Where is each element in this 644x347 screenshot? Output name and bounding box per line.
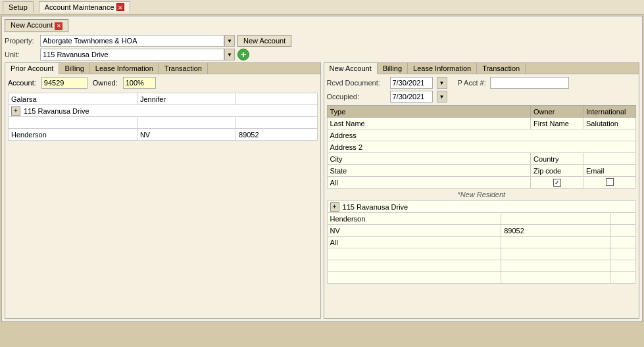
property-dropdown[interactable]: ▼ — [40, 35, 235, 47]
cell-empty2 — [137, 117, 235, 129]
addr-cell-all: All — [327, 237, 501, 248]
checkbox-unchecked[interactable] — [606, 178, 614, 186]
cell-empty — [236, 93, 317, 105]
prior-account-table: Galarsa Jennifer + 115 Ravanusa Drive — [8, 93, 318, 141]
new-account-top-button[interactable]: New Account ✕ — [5, 19, 68, 32]
property-arrow[interactable]: ▼ — [224, 35, 235, 47]
unit-input[interactable] — [40, 49, 224, 60]
unit-row: Unit: ▼ + — [5, 49, 639, 60]
tab-billing-right[interactable]: Billing — [378, 63, 408, 74]
cell-e2 — [501, 248, 611, 260]
cell-e8 — [501, 272, 611, 284]
cell-address-header: Address — [327, 129, 636, 141]
cell-state-header: State — [327, 165, 531, 177]
header-international: International — [583, 106, 636, 118]
tab-transaction-left[interactable]: Transaction — [159, 63, 208, 74]
new-account-button[interactable]: New Account — [237, 35, 291, 47]
checkbox-checked[interactable] — [553, 179, 561, 187]
close-new-account[interactable]: ✕ — [55, 22, 62, 30]
property-input[interactable] — [40, 35, 224, 47]
cell-city: Henderson — [9, 129, 137, 141]
rcvd-doc-label: Rcvd Document: — [327, 79, 386, 87]
tab-lease-info-left[interactable]: Lease Information — [90, 63, 159, 74]
rcvd-doc-input[interactable] — [390, 77, 433, 89]
left-panel-body: Account: Owned: Galarsa Jennifer — [5, 74, 320, 318]
top-bar: New Account ✕ — [5, 19, 639, 32]
addr-cell-city: Henderson — [327, 213, 501, 225]
cell-empty3 — [236, 117, 317, 129]
rcvd-doc-row: Rcvd Document: ▼ P Acct #: — [327, 77, 637, 89]
addr-cell-empty4 — [501, 237, 611, 248]
unit-label: Unit: — [5, 51, 37, 58]
table-row: Galarsa Jennifer — [9, 93, 318, 105]
table-row: + 115 Ravanusa Drive — [9, 105, 318, 117]
addr-cell-zip: 89052 — [501, 225, 611, 237]
property-label: Property: — [5, 37, 37, 45]
tab-account-maintenance[interactable]: Account Maintenance ✕ — [39, 1, 130, 12]
table-row — [9, 117, 318, 129]
left-panel-tabs: Prior Account Billing Lease Information … — [5, 63, 320, 74]
occupied-row: Occupied: ▼ — [327, 91, 637, 103]
owned-label: Owned: — [93, 79, 118, 87]
cell-e1 — [327, 248, 501, 260]
pacct-label: P Acct #: — [458, 79, 486, 87]
tab-prior-account[interactable]: Prior Account — [5, 63, 59, 74]
cell-e6 — [610, 260, 635, 272]
cell-email-header: Email — [583, 165, 636, 177]
title-bar: Setup Account Maintenance ✕ — [0, 0, 644, 14]
occupied-input[interactable] — [390, 91, 433, 103]
unit-dropdown[interactable]: ▼ — [40, 49, 235, 60]
grid-row-name: Last Name First Name Salutation — [327, 118, 636, 129]
addr-row-3: NV 89052 — [327, 225, 636, 237]
tab-lease-info-right[interactable]: Lease Information — [408, 63, 477, 74]
right-expand-btn[interactable]: + — [330, 202, 339, 212]
addr-cell-state: NV — [327, 225, 501, 237]
grid-row-all: All — [327, 177, 636, 189]
cell-checkbox2[interactable] — [583, 177, 636, 189]
account-row: Account: Owned: — [8, 77, 318, 89]
owned-input[interactable] — [123, 77, 156, 89]
addr-row-empty2 — [327, 260, 636, 272]
right-address-table: + 115 Ravanusa Drive Henderson NV 89052 — [327, 200, 637, 284]
cell-checkbox1[interactable] — [531, 177, 583, 189]
addr-row-empty1 — [327, 248, 636, 260]
main-content: New Account ✕ Property: ▼ New Account Un… — [1, 16, 643, 322]
addr-row-empty3 — [327, 272, 636, 284]
cell-salutation-header: Salutation — [583, 118, 636, 129]
grid-row-city: City Country — [327, 153, 636, 165]
occupied-label: Occupied: — [327, 93, 386, 101]
table-row: Henderson NV 89052 — [9, 129, 318, 141]
panels-container: Prior Account Billing Lease Information … — [5, 62, 639, 319]
tab-setup[interactable]: Setup — [3, 1, 34, 12]
cell-empty1 — [9, 117, 137, 129]
new-account-grid: Type Owner International Last Name First… — [327, 105, 637, 189]
pacct-input[interactable] — [490, 77, 569, 89]
expand-button[interactable]: + — [11, 106, 20, 116]
cell-all: All — [327, 177, 531, 189]
cell-e4 — [327, 260, 501, 272]
cell-address2-header: Address 2 — [327, 141, 636, 153]
tab-new-account-right[interactable]: New Account — [324, 63, 378, 74]
add-unit-button[interactable]: + — [237, 49, 249, 60]
cell-country-header: Country — [531, 153, 583, 165]
close-account-maintenance[interactable]: ✕ — [116, 3, 124, 11]
tab-transaction-right[interactable]: Transaction — [477, 63, 526, 74]
cell-firstname-header: First Name — [531, 118, 583, 129]
right-panel: New Account Billing Lease Information Tr… — [324, 62, 640, 319]
header-owner: Owner — [531, 106, 583, 118]
cell-city-header: City — [327, 153, 531, 165]
cell-lastname: Galarsa — [9, 93, 137, 105]
rcvd-doc-arrow[interactable]: ▼ — [437, 77, 447, 89]
cell-empty-city — [583, 153, 636, 165]
unit-arrow[interactable]: ▼ — [224, 49, 235, 60]
occupied-arrow[interactable]: ▼ — [437, 91, 447, 103]
tab-billing-left[interactable]: Billing — [59, 63, 89, 74]
account-input[interactable] — [41, 77, 87, 89]
cell-e3 — [610, 248, 635, 260]
addr-row-2: Henderson — [327, 213, 636, 225]
addr-cell-1: + 115 Ravanusa Drive — [327, 201, 636, 213]
right-panel-tabs: New Account Billing Lease Information Tr… — [324, 63, 639, 74]
cell-address: + 115 Ravanusa Drive — [9, 105, 318, 117]
cell-zip: 89052 — [236, 129, 317, 141]
addr-cell-empty2 — [610, 213, 635, 225]
